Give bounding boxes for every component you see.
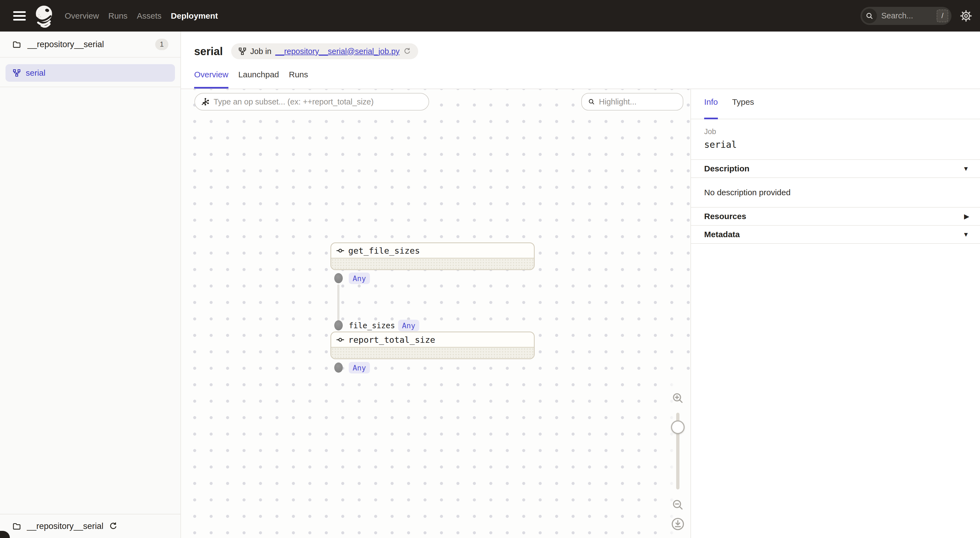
menu-icon[interactable] <box>13 11 26 21</box>
job-tabs: Overview Launchpad Runs <box>194 70 980 89</box>
op-graph-canvas[interactable]: get_file_sizes Any file_sizes Any <box>181 89 690 538</box>
section-title: Metadata <box>704 230 740 239</box>
input-port-label: file_sizes <box>349 320 395 331</box>
op-selector-icon <box>201 97 210 107</box>
folder-icon <box>12 40 21 49</box>
tab-launchpad[interactable]: Launchpad <box>238 70 279 89</box>
dagster-logo-icon[interactable] <box>33 4 56 28</box>
primary-nav: Overview Runs Assets Deployment <box>65 11 218 21</box>
search-placeholder: Search... <box>881 11 913 20</box>
section-title: Resources <box>704 212 746 221</box>
op-node-get-file-sizes[interactable]: get_file_sizes <box>331 242 535 270</box>
job-list: serial <box>0 57 180 87</box>
job-graph-icon <box>238 47 247 56</box>
op-icon <box>336 247 344 255</box>
info-panel: Info Types Job serial Description ▼ No d… <box>690 89 980 538</box>
op-subset-input[interactable] <box>213 97 423 107</box>
job-origin-link[interactable]: __repository__serial@serial_job.py <box>275 47 399 56</box>
tab-overview[interactable]: Overview <box>194 70 228 89</box>
input-type-badge[interactable]: Any <box>398 320 419 331</box>
job-label: Job <box>704 127 967 136</box>
job-summary: Job serial <box>691 119 980 160</box>
tab-info[interactable]: Info <box>704 97 718 119</box>
nav-item-runs[interactable]: Runs <box>108 11 127 21</box>
job-header: serial Job in __repository__serial@seria… <box>181 32 980 89</box>
info-panel-tabs: Info Types <box>691 89 980 119</box>
op-subset-filter[interactable] <box>194 93 429 110</box>
op-node-report-total-size[interactable]: report_total_size <box>331 331 535 359</box>
search-icon <box>862 8 877 23</box>
section-title: Description <box>704 164 749 173</box>
nav-item-overview[interactable]: Overview <box>65 11 99 21</box>
global-search[interactable]: Search... / <box>861 7 951 25</box>
section-metadata[interactable]: Metadata ▼ <box>691 226 980 244</box>
footer-repository-name: __repository__serial <box>27 521 103 531</box>
nav-item-deployment[interactable]: Deployment <box>171 11 218 21</box>
chevron-right-icon: ▶ <box>964 213 969 220</box>
description-body: No description provided <box>691 178 980 208</box>
section-resources[interactable]: Resources ▶ <box>691 208 980 226</box>
job-graph-icon <box>13 69 21 77</box>
search-icon <box>588 98 595 106</box>
output-port[interactable] <box>334 273 343 283</box>
highlight-filter[interactable] <box>581 93 683 110</box>
reload-job-icon[interactable] <box>403 48 411 55</box>
job-count-badge: 1 <box>155 39 169 50</box>
tab-types[interactable]: Types <box>732 97 754 119</box>
sidebar-footer: __repository__serial <box>0 514 180 538</box>
output-port[interactable] <box>334 363 343 372</box>
download-image-icon[interactable] <box>671 517 685 531</box>
job-origin-prefix: Job in <box>250 47 272 56</box>
top-nav: Overview Runs Assets Deployment Search..… <box>0 0 980 32</box>
output-type-badge[interactable]: Any <box>349 272 370 284</box>
repository-name: __repository__serial <box>27 40 104 49</box>
sidebar-item-serial[interactable]: serial <box>5 64 175 82</box>
zoom-in-icon[interactable] <box>671 392 684 405</box>
input-port[interactable] <box>334 320 343 330</box>
job-item-label: serial <box>26 68 46 78</box>
section-description[interactable]: Description ▼ <box>691 160 980 178</box>
repository-header[interactable]: __repository__serial 1 <box>0 32 180 57</box>
highlight-input[interactable] <box>599 97 677 107</box>
zoom-out-icon[interactable] <box>671 498 684 511</box>
edge-connector <box>337 284 339 320</box>
op-node-name: report_total_size <box>348 335 435 345</box>
chevron-down-icon: ▼ <box>963 165 969 172</box>
left-sidebar: __repository__serial 1 serial __reposito… <box>0 32 181 538</box>
reload-repository-icon[interactable] <box>109 522 118 531</box>
op-icon <box>336 336 344 344</box>
zoom-slider-handle[interactable] <box>671 420 685 434</box>
chevron-down-icon: ▼ <box>963 231 969 238</box>
search-shortcut-badge: / <box>937 10 948 22</box>
nav-item-assets[interactable]: Assets <box>137 11 162 21</box>
page-title: serial <box>194 45 223 57</box>
op-node-name: get_file_sizes <box>348 246 420 256</box>
job-origin-pill: Job in __repository__serial@serial_job.p… <box>231 43 418 59</box>
tab-runs[interactable]: Runs <box>289 70 308 89</box>
job-name: serial <box>704 139 967 150</box>
folder-icon <box>12 522 21 531</box>
gear-icon[interactable] <box>960 10 972 22</box>
output-type-badge[interactable]: Any <box>349 362 370 374</box>
